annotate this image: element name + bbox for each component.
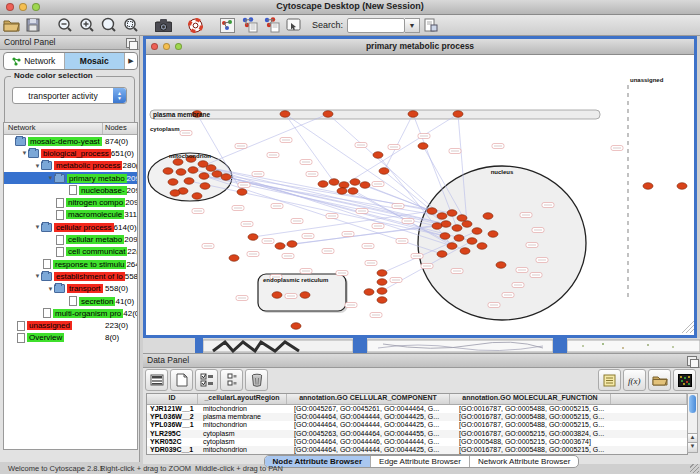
network-node[interactable]	[460, 248, 470, 255]
tree-row[interactable]: secretion41(0)	[4, 295, 137, 307]
table-row[interactable]: YPL036W__1mitochondrion[GO:0044464, GO:0…	[147, 421, 687, 429]
col-region[interactable]: _cellularLayoutRegion	[198, 394, 287, 404]
network-node[interactable]	[432, 223, 442, 230]
network-node[interactable]	[437, 251, 447, 258]
network-node[interactable]	[364, 289, 374, 296]
tree-row[interactable]: ▼transport558(0)	[4, 283, 137, 295]
zoom-selected-icon[interactable]	[120, 16, 142, 34]
tree-row[interactable]: nucleobase-209(0)	[4, 184, 137, 196]
attribute-select-icon[interactable]	[145, 369, 168, 391]
network-node[interactable]	[339, 182, 349, 189]
network-node[interactable]	[360, 182, 370, 189]
table-cell[interactable]: YPL036W__2	[147, 413, 200, 421]
vizmapper-icon[interactable]	[216, 16, 238, 34]
scroll-down-icon[interactable]: ▼	[688, 442, 697, 452]
table-row[interactable]: YLR295Ccytoplasm[GO:0045263, GO:0044464,…	[147, 430, 687, 438]
zoom-out-icon[interactable]	[54, 16, 76, 34]
network-node[interactable]	[318, 181, 328, 188]
annotation-icon[interactable]	[282, 16, 304, 34]
network-node[interactable]	[427, 208, 437, 215]
tab-overflow-button[interactable]: ▶	[125, 53, 137, 69]
table-cell[interactable]: [GO:0016787, GO:0005488, GO:0005215, G..…	[456, 446, 619, 454]
network-node[interactable]	[377, 288, 387, 295]
open-file-icon[interactable]	[0, 16, 22, 34]
network-node[interactable]	[377, 279, 387, 286]
network-node[interactable]	[280, 111, 290, 118]
attribute-list-icon[interactable]	[598, 369, 621, 391]
search-dropdown-button[interactable]: ▼	[405, 18, 420, 33]
table-cell[interactable]: YJR121W__1	[147, 405, 200, 413]
table-cell[interactable]: YDR039C__1	[147, 446, 200, 454]
plasma-membrane-region[interactable]	[150, 110, 600, 119]
network-node[interactable]	[192, 193, 202, 200]
disclosure-triangle-icon[interactable]: ▼	[47, 286, 54, 292]
network-node[interactable]	[173, 159, 183, 166]
network-node[interactable]	[291, 323, 301, 330]
network-node[interactable]	[329, 179, 339, 186]
network-node[interactable]	[350, 179, 360, 186]
table-cell[interactable]: YPL036W__1	[147, 421, 200, 429]
tab-mosaic[interactable]: Mosaic	[65, 53, 126, 69]
node-color-dropdown[interactable]: transporter activity ▲▼	[12, 87, 127, 104]
network-node[interactable]	[677, 183, 687, 190]
tree-row[interactable]: macromolecule311(0)	[4, 209, 137, 221]
network-node[interactable]	[418, 143, 428, 150]
delete-attribute-icon[interactable]	[245, 369, 268, 391]
network-node[interactable]	[467, 238, 477, 245]
import-network-icon[interactable]	[238, 16, 260, 34]
network-node[interactable]	[441, 221, 451, 228]
table-cell[interactable]: [GO:0005488, GO:0005215, GO:0003674]	[456, 438, 619, 446]
table-scrollbar[interactable]: ▲ ▼	[687, 393, 698, 453]
network-node[interactable]	[168, 179, 178, 186]
table-cell[interactable]: [GO:0044464, GO:0044444, GO:0044425, G..…	[291, 421, 456, 429]
table-cell[interactable]: cytoplasm	[200, 438, 291, 446]
search-input[interactable]	[347, 18, 405, 33]
network-node[interactable]	[229, 255, 239, 262]
network-node[interactable]	[453, 111, 463, 118]
network-node[interactable]	[483, 213, 493, 220]
network-node[interactable]	[496, 262, 506, 269]
network-node[interactable]	[462, 221, 472, 228]
table-cell[interactable]: plasma membrane	[200, 413, 291, 421]
network-node[interactable]	[454, 235, 464, 242]
table-cell[interactable]: [GO:0044464, GO:0044446, GO:0044444, G..…	[291, 438, 456, 446]
network-node[interactable]	[452, 225, 462, 232]
network-node[interactable]	[300, 292, 310, 299]
float-panel-icon[interactable]	[126, 38, 136, 48]
network-node[interactable]	[170, 190, 180, 197]
tree-row[interactable]: multi-organism pro42(0)	[4, 307, 137, 319]
network-node[interactable]	[221, 174, 231, 181]
network-node[interactable]	[176, 169, 186, 176]
disclosure-triangle-icon[interactable]: ▼	[21, 150, 28, 156]
network-node[interactable]	[163, 168, 173, 175]
table-cell[interactable]: [GO:0016787, GO:0005215, GO:0003824, G..…	[456, 430, 619, 438]
table-cell[interactable]: cytoplasm	[200, 430, 291, 438]
disclosure-triangle-icon[interactable]: ▼	[34, 224, 41, 230]
float-data-panel-icon[interactable]	[687, 356, 697, 366]
network-node[interactable]	[488, 231, 498, 238]
network-node[interactable]	[200, 183, 210, 190]
network-node[interactable]	[275, 243, 285, 250]
tree-row[interactable]: nitrogen compo209(0)	[4, 196, 137, 208]
tree-row[interactable]: response to stimulu264(0)	[4, 258, 137, 270]
table-cell[interactable]: YKR052C	[147, 438, 200, 446]
network-edge[interactable]	[328, 114, 442, 216]
create-attribute-icon[interactable]	[170, 369, 193, 391]
help-icon[interactable]	[184, 16, 206, 34]
network-edge[interactable]	[384, 114, 413, 171]
disclosure-triangle-icon[interactable]: ▼	[34, 163, 41, 169]
table-row[interactable]: YDR039C__1mitochondrion[GO:0044464, GO:0…	[147, 446, 687, 454]
network-node[interactable]	[212, 171, 222, 178]
network-node[interactable]	[457, 215, 467, 222]
network-canvas[interactable]: plasma membranecytoplasmmitochondrionnuc…	[146, 55, 694, 335]
network-node[interactable]	[184, 178, 194, 185]
select-attributes-icon[interactable]	[195, 369, 218, 391]
network-node[interactable]	[188, 167, 198, 174]
network-node[interactable]	[472, 228, 482, 235]
col-molecular-function[interactable]: annotation.GO MOLECULAR_FUNCTION	[450, 394, 611, 404]
tree-row[interactable]: ▼primary metabo209(...	[4, 172, 137, 184]
network-node[interactable]	[248, 234, 258, 241]
network-node[interactable]	[437, 213, 447, 220]
matrix-view-icon[interactable]	[673, 369, 696, 391]
network-node[interactable]	[199, 173, 209, 180]
